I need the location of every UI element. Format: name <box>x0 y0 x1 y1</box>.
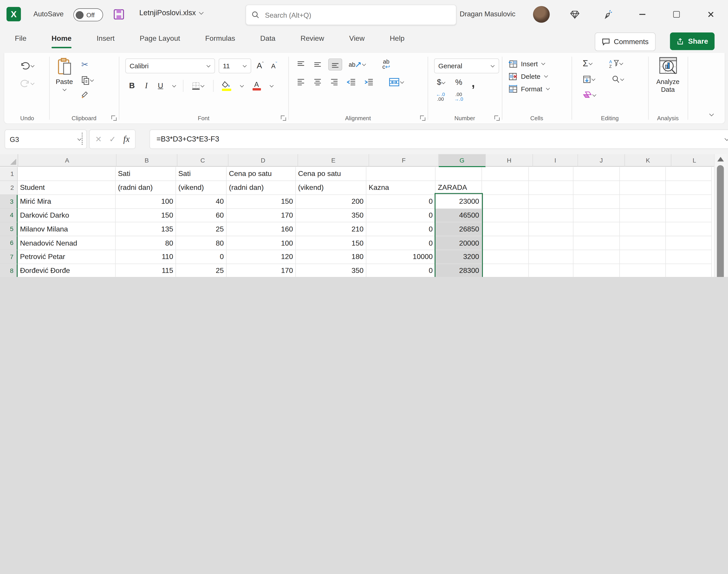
formula-bar-splitter[interactable] <box>82 133 83 145</box>
align-center-button[interactable] <box>312 77 324 87</box>
cell-K1[interactable] <box>620 167 666 181</box>
decrease-font-button[interactable]: Aˇ <box>270 60 279 72</box>
bottom-align-button[interactable] <box>328 58 342 71</box>
column-header-J[interactable]: J <box>578 154 625 167</box>
font-dialog-launcher[interactable] <box>281 116 286 121</box>
clear-button[interactable] <box>581 90 599 100</box>
cell-F3[interactable]: 0 <box>366 195 436 209</box>
cell-K4[interactable] <box>620 209 666 222</box>
cell-E5[interactable]: 210 <box>296 222 366 236</box>
cell-I3[interactable] <box>529 195 573 209</box>
share-button[interactable]: Share <box>670 33 715 50</box>
cell-A2[interactable]: Student <box>18 181 116 195</box>
column-header-C[interactable]: C <box>177 154 229 167</box>
vertical-scroll-thumb[interactable] <box>717 165 724 277</box>
increase-indent-button[interactable] <box>363 77 375 87</box>
cell-E1[interactable]: Cena po satu <box>296 167 366 181</box>
cell-D2[interactable]: (radni dan) <box>227 181 296 195</box>
orientation-button[interactable]: ab <box>347 60 368 69</box>
cell-E6[interactable]: 150 <box>296 236 366 250</box>
tab-review[interactable]: Review <box>299 32 325 45</box>
cell-I2[interactable] <box>529 181 573 195</box>
vertical-scrollbar[interactable] <box>714 154 727 277</box>
column-header-G[interactable]: G <box>439 154 485 167</box>
cell-F6[interactable]: 0 <box>366 236 436 250</box>
cell-J2[interactable] <box>573 181 620 195</box>
cell-H8[interactable] <box>482 264 529 277</box>
cell-L5[interactable] <box>666 222 712 236</box>
cell-K6[interactable] <box>620 236 666 250</box>
column-header-H[interactable]: H <box>486 154 533 167</box>
cell-F8[interactable]: 0 <box>366 264 436 277</box>
cell-K3[interactable] <box>620 195 666 209</box>
borders-button[interactable] <box>190 81 206 91</box>
number-format-combo[interactable]: General <box>434 58 499 73</box>
collapse-ribbon-chevron[interactable] <box>709 112 714 116</box>
cell-B4[interactable]: 150 <box>116 209 176 222</box>
cell-L3[interactable] <box>666 195 712 209</box>
cell-H6[interactable] <box>482 236 529 250</box>
format-painter-button[interactable] <box>80 90 91 100</box>
cell-D7[interactable]: 120 <box>227 250 296 264</box>
cell-I6[interactable] <box>529 236 573 250</box>
autosum-button[interactable]: Σ <box>581 57 595 70</box>
autosave-toggle[interactable]: Off <box>74 8 103 21</box>
cell-J1[interactable] <box>573 167 620 181</box>
align-left-button[interactable] <box>295 77 307 87</box>
cell-C7[interactable]: 0 <box>176 250 227 264</box>
cell-F4[interactable]: 0 <box>366 209 436 222</box>
cell-J3[interactable] <box>573 195 620 209</box>
tab-help[interactable]: Help <box>389 32 405 45</box>
cell-L8[interactable] <box>666 264 712 277</box>
column-header-K[interactable]: K <box>625 154 671 167</box>
column-header-E[interactable]: E <box>298 154 369 167</box>
font-color-button[interactable]: A <box>251 80 263 91</box>
cell-J6[interactable] <box>573 236 620 250</box>
cell-C1[interactable]: Sati <box>176 167 227 181</box>
align-right-button[interactable] <box>328 77 340 87</box>
close-button[interactable] <box>700 4 722 25</box>
cell-K8[interactable] <box>620 264 666 277</box>
cell-H1[interactable] <box>482 167 529 181</box>
cell-A1[interactable] <box>18 167 116 181</box>
insert-cells-button[interactable]: Insert <box>508 57 571 70</box>
increase-decimal-button[interactable]: ←.0 .00 <box>434 91 447 102</box>
cell-I1[interactable] <box>529 167 573 181</box>
cell-L6[interactable] <box>666 236 712 250</box>
fill-color-button[interactable] <box>220 80 233 92</box>
row-header-2[interactable]: 2 <box>0 181 18 195</box>
scroll-up-arrow[interactable] <box>717 157 724 162</box>
enter-icon[interactable]: ✓ <box>106 134 118 144</box>
expand-formula-bar-chevron[interactable] <box>725 136 728 141</box>
comments-button[interactable]: Comments <box>595 33 655 51</box>
name-box[interactable]: G3 <box>5 129 87 149</box>
bold-button[interactable]: B <box>127 80 136 91</box>
cell-J8[interactable] <box>573 264 620 277</box>
cell-I8[interactable] <box>529 264 573 277</box>
merge-center-button[interactable] <box>387 77 406 88</box>
column-header-I[interactable]: I <box>533 154 578 167</box>
tab-data[interactable]: Data <box>259 32 276 45</box>
insert-function-icon[interactable]: fx <box>120 134 132 145</box>
cell-H4[interactable] <box>482 209 529 222</box>
redo-button[interactable] <box>18 78 37 89</box>
cell-B6[interactable]: 80 <box>116 236 176 250</box>
cell-D6[interactable]: 100 <box>227 236 296 250</box>
paste-button[interactable]: Paste <box>56 57 73 94</box>
cell-I4[interactable] <box>529 209 573 222</box>
minimize-button[interactable] <box>632 4 653 25</box>
middle-align-button[interactable] <box>312 59 324 70</box>
cell-C2[interactable]: (vikend) <box>176 181 227 195</box>
column-header-B[interactable]: B <box>116 154 177 167</box>
font-size-combo[interactable]: 11 <box>219 58 251 73</box>
find-select-button[interactable] <box>610 74 626 85</box>
alignment-dialog-launcher[interactable] <box>420 116 425 121</box>
cell-A8[interactable]: Đorđević Đorđe <box>18 264 116 277</box>
user-name[interactable]: Dragan Masulovic <box>460 10 516 18</box>
cut-button[interactable]: ✂ <box>80 58 90 71</box>
row-header-7[interactable]: 7 <box>0 250 18 264</box>
cell-L2[interactable] <box>666 181 712 195</box>
cell-E3[interactable]: 200 <box>296 195 366 209</box>
cell-A7[interactable]: Petrović Petar <box>18 250 116 264</box>
cell-B7[interactable]: 110 <box>116 250 176 264</box>
